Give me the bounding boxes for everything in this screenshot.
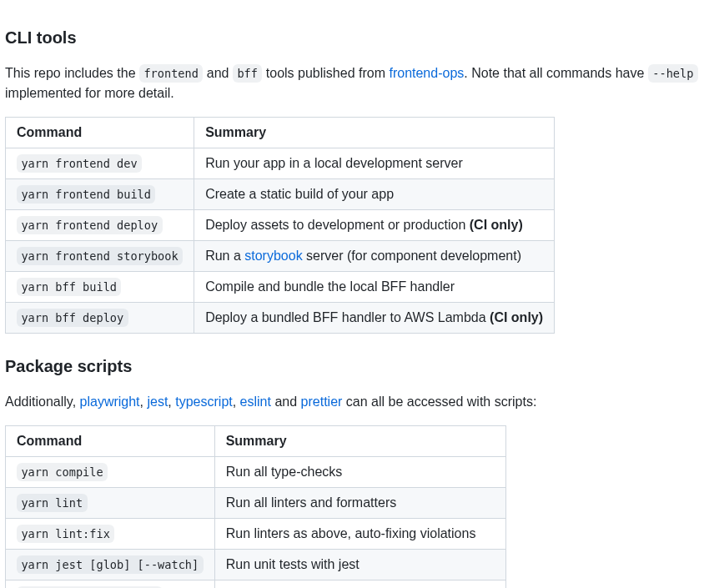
command-code: yarn frontend build: [17, 185, 155, 203]
summary-cell: Run your app in a local development serv…: [194, 148, 555, 179]
frontend-code: frontend: [139, 64, 203, 82]
prettier-link[interactable]: prettier: [301, 395, 343, 409]
jest-link[interactable]: jest: [147, 395, 168, 409]
command-cell: yarn bff deploy: [6, 303, 194, 334]
ci-only-badge: (CI only): [470, 218, 523, 232]
intro-text: ,: [233, 395, 240, 409]
summary-cell: Run all type-checks: [214, 457, 505, 488]
frontend-ops-link[interactable]: frontend-ops: [389, 66, 464, 80]
table-row: yarn frontend deploy Deploy assets to de…: [6, 210, 555, 241]
command-code: yarn lint:fix: [17, 525, 114, 542]
table-row: yarn bff deploy Deploy a bundled BFF han…: [6, 303, 555, 334]
intro-text: ,: [168, 395, 175, 409]
table-header-row: Command Summary: [6, 118, 555, 148]
package-scripts-heading: Package scripts: [5, 354, 699, 379]
command-cell: yarn lint: [6, 488, 215, 519]
command-code: yarn frontend deploy: [17, 216, 163, 234]
summary-cell: Run linters as above, auto-fixing violat…: [214, 519, 505, 550]
cli-tools-table: Command Summary yarn frontend dev Run yo…: [5, 117, 555, 334]
cli-tools-heading: CLI tools: [5, 25, 699, 50]
package-scripts-table: Command Summary yarn compile Run all typ…: [5, 425, 506, 588]
intro-text: Additionally,: [5, 395, 80, 409]
summary-header: Summary: [214, 426, 505, 457]
summary-cell: Compile and bundle the local BFF handler: [194, 272, 555, 303]
command-cell: yarn compile: [6, 457, 215, 488]
intro-text: and: [271, 395, 301, 409]
summary-cell: Run a storybook server (for component de…: [194, 241, 555, 272]
intro-text: tools published from: [262, 66, 389, 80]
storybook-link[interactable]: storybook: [244, 249, 302, 263]
command-cell: yarn playwright test: [6, 580, 215, 589]
bff-code: bff: [233, 64, 262, 82]
summary-cell: Deploy a bundled BFF handler to AWS Lamb…: [194, 303, 555, 334]
command-cell: yarn bff build: [6, 272, 194, 303]
table-row: yarn lint:fix Run linters as above, auto…: [6, 519, 506, 550]
command-cell: yarn jest [glob] [--watch]: [6, 550, 215, 580]
summary-text: server (for component development): [303, 249, 521, 263]
table-row: yarn compile Run all type-checks: [6, 457, 506, 488]
command-cell: yarn frontend storybook: [6, 241, 194, 272]
command-code: yarn lint: [17, 494, 88, 511]
summary-text: Deploy a bundled BFF handler to AWS Lamb…: [205, 310, 490, 324]
ci-only-badge: (CI only): [490, 310, 543, 324]
table-row: yarn lint Run all linters and formatters: [6, 488, 506, 519]
summary-header: Summary: [194, 118, 555, 148]
summary-cell: Create a static build of your app: [194, 179, 555, 210]
intro-text: can all be accessed with scripts:: [342, 395, 536, 409]
typescript-link[interactable]: typescript: [175, 395, 232, 409]
command-header: Command: [6, 118, 194, 148]
command-header: Command: [6, 426, 215, 457]
summary-text: Deploy assets to development or producti…: [205, 218, 470, 232]
command-cell: yarn frontend deploy: [6, 210, 194, 241]
intro-text: . Note that all commands have: [464, 66, 648, 80]
table-row: yarn frontend dev Run your app in a loca…: [6, 148, 555, 179]
command-code: yarn bff deploy: [17, 309, 128, 326]
help-code: --help: [648, 64, 698, 82]
summary-cell: Run unit tests with jest: [214, 550, 505, 580]
table-row: yarn jest [glob] [--watch] Run unit test…: [6, 550, 506, 580]
table-row: yarn frontend storybook Run a storybook …: [6, 241, 555, 272]
table-header-row: Command Summary: [6, 426, 506, 457]
table-row: yarn playwright test Run browser automat…: [6, 580, 506, 589]
playwright-link[interactable]: playwright: [80, 395, 140, 409]
cli-tools-intro: This repo includes the frontend and bff …: [5, 63, 699, 103]
package-scripts-intro: Additionally, playwright, jest, typescri…: [5, 392, 699, 412]
command-code: yarn frontend dev: [17, 154, 142, 172]
intro-text: This repo includes the: [5, 66, 139, 80]
summary-cell: Run browser automation tests with playwr…: [214, 580, 505, 589]
table-row: yarn bff build Compile and bundle the lo…: [6, 272, 555, 303]
command-cell: yarn frontend build: [6, 179, 194, 210]
summary-cell: Run all linters and formatters: [214, 488, 505, 519]
command-code: yarn jest [glob] [--watch]: [17, 555, 204, 573]
summary-text: Run a: [205, 249, 244, 263]
command-code: yarn compile: [17, 463, 108, 480]
command-cell: yarn lint:fix: [6, 519, 215, 550]
command-code: yarn frontend storybook: [17, 247, 183, 264]
command-code: yarn bff build: [17, 278, 121, 295]
command-cell: yarn frontend dev: [6, 148, 194, 179]
table-row: yarn frontend build Create a static buil…: [6, 179, 555, 210]
intro-text: implemented for more detail.: [5, 86, 174, 100]
intro-text: and: [203, 66, 233, 80]
eslint-link[interactable]: eslint: [240, 395, 271, 409]
summary-cell: Deploy assets to development or producti…: [194, 210, 555, 241]
